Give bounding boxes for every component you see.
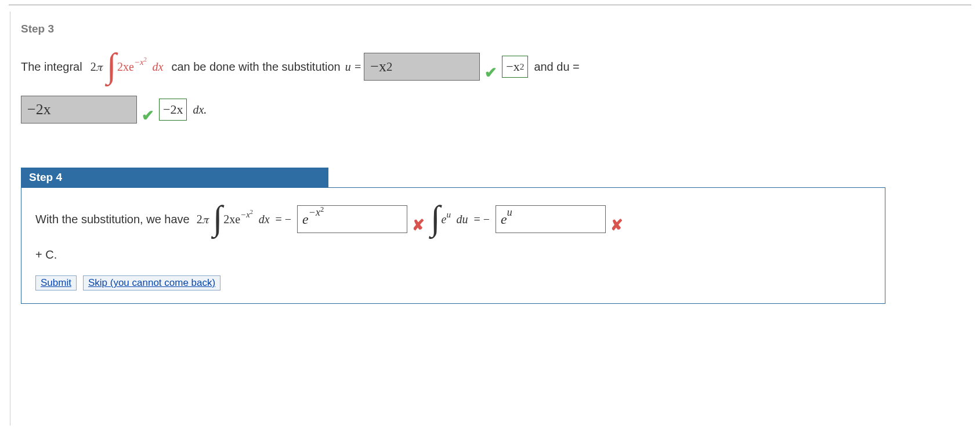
cross-icon: ✘ (610, 216, 623, 234)
submit-button[interactable]: Submit (35, 275, 77, 291)
step3-header: Step 3 (21, 23, 885, 35)
integrand-base: 2xe (117, 60, 134, 73)
answer-du-val: −2x (27, 101, 51, 118)
answer2-base: e (501, 212, 507, 227)
answer-du-correct-tag: −2x (159, 99, 187, 121)
answer2-sup: u (507, 206, 512, 219)
integral-icon: ∫ (107, 55, 116, 76)
two-pi-2: 2𝜋 (197, 213, 209, 226)
integral-icon: ∫ (431, 208, 440, 228)
step4-line1: With the substitution, we have 2𝜋 ∫ 2xe−… (35, 205, 871, 233)
answer-step4-2-input[interactable]: eu (496, 205, 606, 233)
integrand2-dx: dx (259, 213, 270, 226)
step3-line1: The integral 2𝜋 ∫ 2xe−x2 dx can be done … (21, 53, 885, 81)
integral-icon: ∫ (213, 208, 222, 228)
text-with-sub: With the substitution, we have (35, 213, 190, 226)
eu-du: eu du (442, 213, 468, 226)
two-pi: 2𝜋 (91, 60, 103, 74)
eu-du-txt: du (456, 213, 468, 226)
integrand-exp-pre: −x (134, 57, 144, 67)
integrand-dx: dx (153, 60, 164, 73)
answer-u-val: −x (370, 58, 386, 75)
integrand2-exp-sup: 2 (250, 209, 253, 215)
check-icon: ✔ (142, 107, 154, 125)
tag-du-val: −2x (163, 102, 183, 117)
integrand: 2xe−x2 dx (117, 60, 163, 74)
answer-u-input[interactable]: −x2 (364, 53, 480, 81)
answer-u-correct-tag: −x2 (502, 56, 528, 78)
and-du: and du = (534, 60, 579, 74)
skip-button[interactable]: Skip (you cannot come back) (83, 275, 220, 291)
eu-sup: u (446, 210, 451, 219)
plus-c: + C. (35, 248, 871, 262)
integrand2-base: 2xe (223, 213, 240, 226)
and-du-text: and du = (534, 60, 579, 73)
answer1-exp-sup: 2 (320, 205, 324, 213)
answer-step4-1-input[interactable]: e−x2 (297, 205, 407, 233)
step4-header: Step 4 (21, 168, 328, 187)
integrand-2: 2xe−x2 dx (223, 213, 269, 226)
left-divider (10, 12, 10, 327)
button-row: Submit Skip (you cannot come back) (35, 275, 871, 291)
integrand-exp-sup: 2 (144, 56, 147, 63)
answer1-base: e (302, 212, 309, 227)
step3-line2: −2x ✔ −2x dx. (21, 96, 885, 124)
text-the-integral: The integral (21, 60, 82, 74)
u-equals: u = (345, 60, 362, 74)
dx-after: dx. (193, 103, 207, 117)
integrand2-exp-pre: −x (240, 210, 250, 219)
check-icon: ✔ (484, 64, 497, 82)
text-can-be-done: can be done with the substitution (171, 60, 340, 74)
answer1-exp-pre: −x (309, 206, 320, 218)
eq-neg-2: = − (473, 213, 490, 226)
eq-neg-1: = − (276, 213, 292, 226)
cross-icon: ✘ (412, 216, 425, 234)
tag-u-val: −x (506, 59, 519, 74)
step4-container: With the substitution, we have 2𝜋 ∫ 2xe−… (21, 187, 885, 304)
answer-du-input[interactable]: −2x (21, 96, 137, 124)
